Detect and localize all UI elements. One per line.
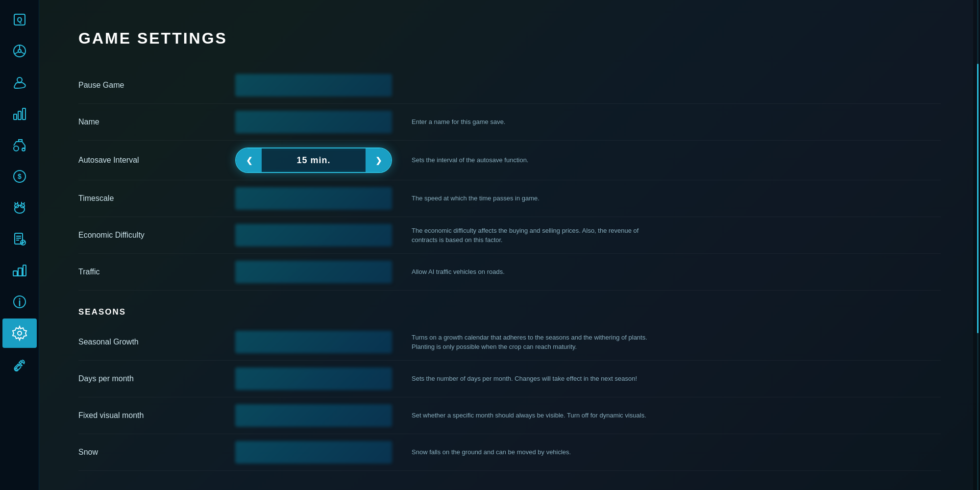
pause-game-control[interactable] <box>235 74 392 97</box>
economic-difficulty-label: Economic Difficulty <box>78 231 235 240</box>
main-content: GAME SETTINGS Pause Game Name Enter a na… <box>39 0 980 490</box>
svg-rect-23 <box>13 271 17 276</box>
timescale-label: Timescale <box>78 194 235 203</box>
fixed-visual-month-label: Fixed visual month <box>78 411 235 420</box>
days-per-month-desc: Sets the number of days per month. Chang… <box>412 374 657 384</box>
sidebar-item-tractor[interactable] <box>2 130 37 160</box>
traffic-desc: Allow AI traffic vehicles on roads. <box>412 267 657 277</box>
days-per-month-label: Days per month <box>78 374 235 383</box>
sidebar: Q $ <box>0 0 39 490</box>
autosave-desc: Sets the interval of the autosave functi… <box>412 155 657 165</box>
contracts-icon <box>11 231 28 247</box>
svg-point-7 <box>17 77 22 82</box>
weather-icon <box>11 74 28 91</box>
svg-rect-24 <box>18 268 22 276</box>
sidebar-item-stats[interactable] <box>2 99 37 128</box>
sidebar-item-quest[interactable]: Q <box>2 5 37 34</box>
svg-point-28 <box>19 298 20 300</box>
sidebar-item-info[interactable] <box>2 287 37 317</box>
svg-point-31 <box>15 368 17 370</box>
timescale-desc: The speed at which the time passes in ga… <box>412 194 657 203</box>
svg-text:Q: Q <box>17 16 22 24</box>
settings-table: Pause Game Name Enter a name for this ga… <box>78 67 941 471</box>
svg-point-3 <box>18 49 21 52</box>
svg-point-11 <box>14 146 19 151</box>
scrollbar[interactable] <box>973 0 980 490</box>
page-title: GAME SETTINGS <box>78 29 941 48</box>
settings-row-snow: Snow Snow falls on the ground and can be… <box>78 434 941 471</box>
sidebar-item-wrench[interactable] <box>2 350 37 379</box>
settings-row-pause-game: Pause Game <box>78 67 941 104</box>
autosave-stepper: ❮ 15 min. ❯ <box>235 147 392 173</box>
timescale-control[interactable] <box>235 187 392 210</box>
settings-row-autosave: Autosave Interval ❮ 15 min. ❯ Sets the i… <box>78 141 941 180</box>
stats-icon <box>11 105 28 122</box>
sidebar-item-money[interactable]: $ <box>2 162 37 191</box>
traffic-control[interactable] <box>235 261 392 283</box>
svg-rect-9 <box>18 111 21 120</box>
settings-icon <box>11 325 28 342</box>
sidebar-item-animals[interactable] <box>2 193 37 222</box>
sidebar-item-production[interactable] <box>2 256 37 285</box>
seasonal-growth-blurred-control <box>235 331 392 353</box>
svg-point-30 <box>18 331 22 335</box>
snow-desc: Snow falls on the ground and can be move… <box>412 447 657 457</box>
settings-row-fixed-visual-month: Fixed visual month Set whether a specifi… <box>78 397 941 434</box>
autosave-value: 15 min. <box>262 155 366 166</box>
info-icon <box>11 294 28 310</box>
seasons-title-text: SEASONS <box>78 307 126 317</box>
tractor-icon <box>11 137 28 153</box>
snow-blurred-control <box>235 441 392 464</box>
fixed-visual-month-desc: Set whether a specific month should alwa… <box>412 411 657 420</box>
timescale-blurred-control <box>235 187 392 210</box>
settings-row-economic-difficulty: Economic Difficulty The economic difficu… <box>78 217 941 254</box>
autosave-next-button[interactable]: ❯ <box>366 147 391 173</box>
sidebar-item-contracts[interactable] <box>2 224 37 254</box>
settings-row-days-per-month: Days per month Sets the number of days p… <box>78 361 941 397</box>
seasons-section-header: SEASONS <box>78 291 941 324</box>
animals-icon <box>11 199 28 216</box>
autosave-label: Autosave Interval <box>78 156 235 165</box>
economic-difficulty-blurred-control <box>235 224 392 246</box>
settings-row-name: Name Enter a name for this game save. <box>78 104 941 141</box>
settings-row-seasonal-growth: Seasonal Growth Turns on a growth calend… <box>78 324 941 361</box>
svg-rect-25 <box>23 265 26 276</box>
steering-wheel-icon <box>11 43 28 59</box>
seasonal-growth-desc: Turns on a growth calendar that adheres … <box>412 333 657 352</box>
svg-rect-10 <box>23 108 25 120</box>
pause-game-label: Pause Game <box>78 81 235 90</box>
scrollbar-track <box>977 0 979 490</box>
q-icon: Q <box>11 11 28 28</box>
autosave-control: ❮ 15 min. ❯ <box>235 147 392 173</box>
fixed-visual-month-control[interactable] <box>235 404 392 427</box>
days-per-month-control[interactable] <box>235 368 392 390</box>
pause-game-blurred-control <box>235 74 392 97</box>
sidebar-item-settings[interactable] <box>2 318 37 348</box>
name-control[interactable] <box>235 111 392 133</box>
name-desc: Enter a name for this game save. <box>412 117 657 127</box>
autosave-prev-button[interactable]: ❮ <box>236 147 262 173</box>
name-blurred-control <box>235 111 392 133</box>
settings-row-timescale: Timescale The speed at which the time pa… <box>78 180 941 217</box>
sidebar-item-vehicle[interactable] <box>2 36 37 66</box>
seasonal-growth-label: Seasonal Growth <box>78 338 235 346</box>
svg-line-6 <box>21 52 24 54</box>
name-label: Name <box>78 118 235 126</box>
traffic-blurred-control <box>235 261 392 283</box>
svg-point-15 <box>15 205 24 213</box>
days-per-month-blurred-control <box>235 368 392 390</box>
svg-line-5 <box>15 52 18 54</box>
settings-row-traffic: Traffic Allow AI traffic vehicles on roa… <box>78 254 941 291</box>
svg-rect-8 <box>14 114 17 120</box>
seasons-section-title: SEASONS <box>78 307 235 317</box>
seasonal-growth-control[interactable] <box>235 331 392 353</box>
production-icon <box>11 262 28 279</box>
money-icon: $ <box>11 168 28 185</box>
scrollbar-thumb[interactable] <box>977 64 979 333</box>
snow-label: Snow <box>78 448 235 457</box>
svg-text:$: $ <box>18 172 22 180</box>
sidebar-item-weather[interactable] <box>2 68 37 97</box>
fixed-visual-month-blurred-control <box>235 404 392 427</box>
snow-control[interactable] <box>235 441 392 464</box>
economic-difficulty-control[interactable] <box>235 224 392 246</box>
